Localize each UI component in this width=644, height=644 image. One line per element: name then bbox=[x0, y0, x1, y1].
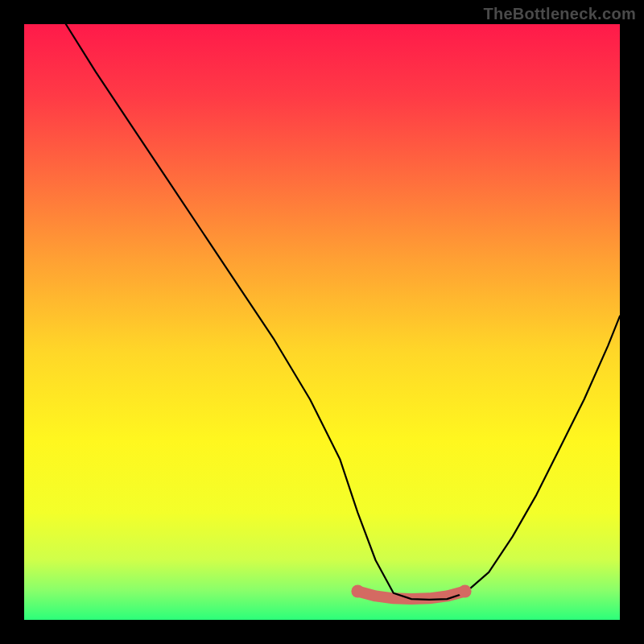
gradient-background bbox=[24, 24, 620, 620]
chart-frame: TheBottleneck.com bbox=[0, 0, 644, 644]
attribution-link[interactable]: TheBottleneck.com bbox=[483, 5, 636, 23]
svg-rect-0 bbox=[24, 24, 620, 620]
plot-area bbox=[24, 24, 620, 620]
